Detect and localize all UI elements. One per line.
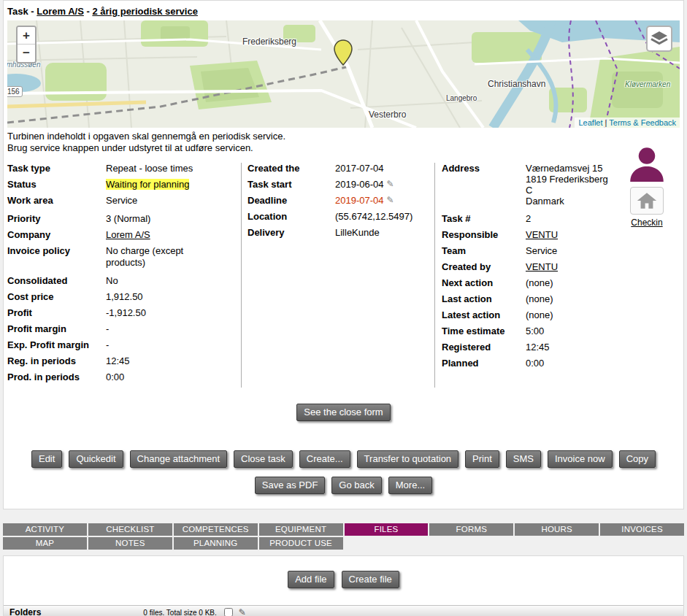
field-value: 2017-07-04 [335, 163, 384, 174]
detail-row: Task typeRepeat - loose times [7, 163, 241, 174]
close-task-button[interactable]: Close task [234, 450, 293, 468]
field-label: Address [442, 163, 526, 174]
create-file-button[interactable]: Create file [342, 571, 399, 588]
detail-row: Last action(none) [442, 293, 615, 305]
leaflet-link[interactable]: Leaflet [578, 118, 602, 127]
checkin-button[interactable] [630, 187, 664, 215]
description-line: Turbinen indeholdt i opgaven skal gennem… [7, 131, 680, 142]
layers-icon [650, 29, 669, 48]
transfer-to-quotation-button[interactable]: Transfer to quotation [357, 450, 458, 468]
detail-row: Invoice policyNo charge (except products… [7, 245, 241, 269]
change-attachment-button[interactable]: Change attachment [130, 450, 227, 468]
map-label-vesterbro: Vesterbro [369, 109, 406, 120]
map-label-klovermarken: Kløvermarken [625, 80, 670, 88]
field-label: Task start [247, 179, 335, 190]
map-label-frederiksberg: Frederiksberg [242, 36, 296, 47]
detail-row: StatusWaiting for planning [7, 179, 241, 190]
field-label: Created the [247, 163, 335, 174]
edit-pencil-icon[interactable]: ✎ [387, 195, 394, 205]
folders-title: Folders [9, 607, 41, 616]
created-by-link[interactable]: VENTU [526, 261, 558, 272]
folders-edit-pencil-icon[interactable]: ✎ [239, 607, 246, 616]
responsible-link[interactable]: VENTU [526, 229, 558, 240]
create-button[interactable]: Create... [299, 450, 350, 468]
tab-checklist[interactable]: CHECKLIST [88, 523, 172, 536]
quickedit-button[interactable]: Quickedit [69, 450, 123, 468]
detail-row: Prod. in periods0:00 [7, 371, 241, 383]
field-value: LilleKunde [335, 227, 380, 239]
folders-select-checkbox[interactable] [224, 608, 233, 616]
zoom-in-button[interactable]: + [18, 27, 35, 45]
field-value: No [106, 275, 118, 287]
tab-hours[interactable]: HOURS [515, 523, 599, 536]
tab-invoices[interactable]: INVOICES [600, 523, 684, 536]
detail-row: Task #2 [442, 213, 615, 225]
more-button[interactable]: More... [388, 477, 432, 494]
copy-button[interactable]: Copy [619, 450, 656, 468]
field-label: Company [7, 229, 106, 241]
map[interactable]: Frederiksberg Vesterbro Christianshavn L… [7, 20, 680, 128]
edit-button[interactable]: Edit [31, 450, 62, 468]
go-back-button[interactable]: Go back [331, 477, 381, 494]
close-form-row: See the close form [4, 404, 683, 421]
invoice-now-button[interactable]: Invoice now [548, 450, 613, 468]
detail-row: Location(55.6742,12.5497) [247, 211, 434, 223]
add-file-button[interactable]: Add file [288, 571, 334, 588]
file-buttons-row: Add file Create file [4, 571, 683, 588]
field-value: 0:00 [106, 371, 124, 383]
tab-row-1: ACTIVITY CHECKLIST COMPETENCES EQUIPMENT… [3, 523, 684, 536]
field-value: - [106, 339, 109, 351]
field-label: Profit [7, 307, 106, 319]
field-label: Last action [442, 293, 526, 305]
detail-row: Task start2019-06-04✎ [247, 179, 434, 190]
tab-planning[interactable]: PLANNING [174, 537, 258, 550]
address-value: Værnedamsvej 15 1819 Frederiksberg C Dan… [526, 163, 615, 207]
detail-row: Exp. Profit margin- [7, 339, 241, 351]
breadcrumb-separator: - [86, 6, 89, 17]
breadcrumb-task-link[interactable]: 2 årig periodisk service [92, 6, 198, 17]
address-line: Danmark [526, 196, 615, 207]
field-label: Reg. in periods [7, 355, 106, 367]
map-marker-pin[interactable] [334, 39, 353, 68]
tab-forms[interactable]: FORMS [429, 523, 513, 536]
tab-equipment[interactable]: EQUIPMENT [259, 523, 343, 536]
details-column-widgets: Checkin [615, 145, 678, 388]
detail-row: TeamService [442, 245, 615, 257]
company-link[interactable]: Lorem A/S [106, 229, 150, 240]
address-line: 1819 Frederiksberg C [526, 174, 615, 196]
tab-notes[interactable]: NOTES [88, 537, 172, 550]
detail-row: CompanyLorem A/S [7, 229, 241, 241]
map-layers-button[interactable] [646, 26, 672, 52]
breadcrumb-company-link[interactable]: Lorem A/S [37, 6, 84, 17]
tab-competences[interactable]: COMPETENCES [174, 523, 258, 536]
print-button[interactable]: Print [465, 450, 499, 468]
tab-activity[interactable]: ACTIVITY [3, 523, 87, 536]
detail-row: ResponsibleVENTU [442, 229, 615, 241]
field-value: Service [526, 245, 557, 257]
field-label: Created by [442, 261, 526, 273]
field-label: Time estimate [442, 326, 526, 337]
details-column-middle: Created the2017-07-04 Task start2019-06-… [242, 163, 434, 388]
detail-row: ConsolidatedNo [7, 275, 241, 287]
attribution-separator: | [605, 118, 607, 127]
tab-product-use[interactable]: PRODUCT USE [259, 537, 343, 550]
sms-button[interactable]: SMS [506, 450, 541, 468]
see-close-form-button[interactable]: See the close form [296, 404, 390, 421]
detail-row: Created the2017-07-04 [247, 163, 434, 174]
tab-files[interactable]: FILES [345, 523, 429, 536]
detail-row: Next action(none) [442, 277, 615, 289]
task-description: Turbinen indeholdt i opgaven skal gennem… [4, 128, 683, 155]
status-badge: Waiting for planning [106, 179, 189, 190]
map-zoom-control: + − [16, 26, 37, 63]
zoom-out-button[interactable]: − [18, 45, 35, 62]
details-column-right: Address Værnedamsvej 15 1819 Frederiksbe… [435, 163, 615, 388]
detail-row: Address Værnedamsvej 15 1819 Frederiksbe… [442, 163, 615, 207]
tab-map[interactable]: MAP [3, 537, 87, 550]
terms-feedback-link[interactable]: Terms & Feedback [609, 118, 676, 127]
folders-header: Folders 0 files. Total size 0 KB. ✎ [4, 605, 683, 616]
checkin-link[interactable]: Checkin [631, 217, 662, 228]
edit-pencil-icon[interactable]: ✎ [387, 179, 394, 189]
description-line: Brug service knappen under udstyret til … [7, 142, 680, 154]
detail-row: Cost price1,912.50 [7, 291, 241, 303]
save-as-pdf-button[interactable]: Save as PDF [255, 477, 326, 494]
